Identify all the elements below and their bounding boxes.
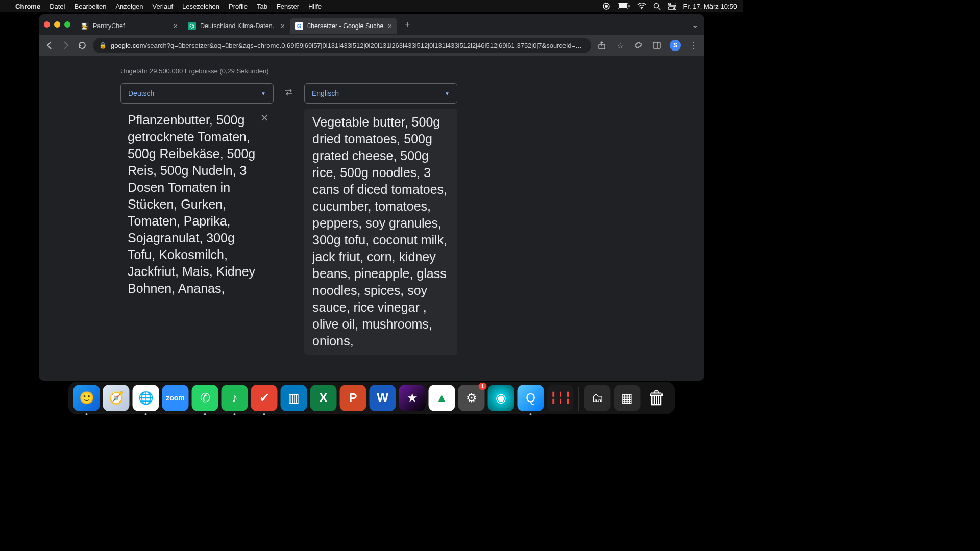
dock-whatsapp[interactable]: ✆ xyxy=(192,385,218,411)
app-name[interactable]: Chrome xyxy=(15,3,40,10)
tab-pantrychef[interactable]: 🧑‍🍳 PantryChef × xyxy=(76,18,183,34)
tab-klima[interactable]: ⌬ Deutschland Klima-Daten. × xyxy=(183,18,290,34)
back-button[interactable] xyxy=(44,40,55,51)
dropdown-arrow-icon: ▼ xyxy=(261,91,266,96)
tab-title: übersetzer - Google Suche xyxy=(307,22,384,30)
menu-anzeigen[interactable]: Anzeigen xyxy=(115,3,143,10)
tab-close-icon[interactable]: × xyxy=(174,22,178,30)
swap-languages-icon[interactable] xyxy=(283,87,295,100)
lock-icon: 🔒 xyxy=(99,42,107,49)
chrome-window: 🧑‍🍳 PantryChef × ⌬ Deutschland Klima-Dat… xyxy=(39,14,704,381)
reload-button[interactable] xyxy=(77,40,88,51)
tab-favicon: 🧑‍🍳 xyxy=(81,22,89,30)
dock-imovie[interactable]: ★ xyxy=(399,385,426,411)
dock-separator xyxy=(579,387,579,411)
svg-point-1 xyxy=(605,5,608,8)
dock-desktop-stack[interactable]: 🗂 xyxy=(584,385,611,411)
tabs-overflow-icon[interactable]: ⌄ xyxy=(692,20,698,30)
tab-title: Deutschland Klima-Daten. xyxy=(200,22,277,30)
dock-excel[interactable]: X xyxy=(310,385,337,411)
svg-rect-13 xyxy=(653,42,660,48)
window-minimize-button[interactable] xyxy=(54,21,60,28)
menu-bearbeiten[interactable]: Bearbeiten xyxy=(74,3,106,10)
svg-rect-3 xyxy=(619,4,627,8)
control-center-icon[interactable] xyxy=(668,3,676,10)
svg-rect-4 xyxy=(628,5,629,8)
tab-title: PantryChef xyxy=(93,22,169,30)
forward-button[interactable] xyxy=(60,40,71,51)
dock-siri[interactable]: ◉ xyxy=(488,385,514,411)
sidepanel-icon[interactable] xyxy=(651,40,663,51)
page-content: Ungefähr 29.500.000 Ergebnisse (0,29 Sek… xyxy=(39,56,704,381)
address-bar[interactable]: 🔒 google.com/search?q=übersetzer&oq=über… xyxy=(93,38,591,53)
browser-toolbar: 🔒 google.com/search?q=übersetzer&oq=über… xyxy=(39,35,704,56)
dock-powerpoint[interactable]: P xyxy=(340,385,366,411)
dock-zoom[interactable]: zoom xyxy=(162,385,189,411)
share-icon[interactable] xyxy=(596,40,607,51)
menu-tab[interactable]: Tab xyxy=(257,3,267,10)
profile-avatar[interactable]: S xyxy=(670,40,681,51)
dock-finder[interactable]: 🙂 xyxy=(74,385,100,411)
macos-menubar: Chrome Datei Bearbeiten Anzeigen Verlauf… xyxy=(0,0,743,12)
svg-point-6 xyxy=(654,3,658,8)
window-traffic-lights xyxy=(44,21,70,28)
screen-record-icon[interactable] xyxy=(602,2,610,10)
tab-close-icon[interactable]: × xyxy=(281,22,285,30)
tab-favicon: G xyxy=(295,22,303,30)
tab-close-icon[interactable]: × xyxy=(388,22,392,30)
target-text-pane: Vegetable butter, 500g dried tomatoes, 5… xyxy=(304,109,457,355)
dock-chrome[interactable]: 🌐 xyxy=(133,385,159,411)
source-text[interactable]: Pflanzenbutter, 500g getrocknete Tomaten… xyxy=(128,112,265,297)
menu-profile[interactable]: Profile xyxy=(229,3,248,10)
dock-google-drive[interactable]: ▲ xyxy=(429,385,455,411)
menubar-clock[interactable]: Fr. 17. März 10:59 xyxy=(683,3,738,10)
svg-point-11 xyxy=(673,7,675,9)
dock-quicktime[interactable]: Q xyxy=(518,385,544,411)
result-stats: Ungefähr 29.500.000 Ergebnisse (0,29 Sek… xyxy=(120,67,689,75)
dock-system-settings[interactable]: ⚙ xyxy=(458,385,485,411)
source-language-label: Deutsch xyxy=(128,89,154,97)
dropdown-arrow-icon: ▼ xyxy=(445,91,450,96)
target-language-select[interactable]: Englisch ▼ xyxy=(304,83,457,104)
window-close-button[interactable] xyxy=(44,21,50,28)
bookmark-star-icon[interactable]: ☆ xyxy=(615,40,626,51)
target-language-label: Englisch xyxy=(312,89,339,97)
new-tab-button[interactable]: + xyxy=(400,17,414,32)
extensions-icon[interactable] xyxy=(633,40,644,51)
menu-datei[interactable]: Datei xyxy=(50,3,65,10)
source-text-pane[interactable]: Pflanzenbutter, 500g getrocknete Tomaten… xyxy=(120,109,274,300)
dock-trello[interactable]: ▥ xyxy=(281,385,307,411)
svg-point-5 xyxy=(641,8,642,9)
kebab-menu-icon[interactable]: ⋮ xyxy=(688,40,699,51)
menu-hilfe[interactable]: Hilfe xyxy=(308,3,322,10)
clear-source-icon[interactable]: ✕ xyxy=(258,112,271,124)
google-translate-widget: Deutsch ▼ Pflanzenbutter, 500g getrockne… xyxy=(120,83,689,355)
url-text: google.com/search?q=übersetzer&oq=über&a… xyxy=(111,42,585,49)
battery-icon[interactable] xyxy=(618,3,630,9)
dock-trash[interactable]: 🗑 xyxy=(644,385,670,411)
svg-line-7 xyxy=(658,8,660,10)
macos-dock: 🙂 🧭 🌐 zoom ✆ ♪ ✔ ▥ X P W ★ ▲ ⚙ ◉ Q ╏╎╏ 🗂… xyxy=(68,382,675,414)
dock-spotify[interactable]: ♪ xyxy=(222,385,248,411)
dock-launchpad[interactable]: ▦ xyxy=(614,385,641,411)
tab-google-translate[interactable]: G übersetzer - Google Suche × xyxy=(290,18,397,34)
window-maximize-button[interactable] xyxy=(64,21,70,28)
tab-favicon: ⌬ xyxy=(188,22,196,30)
spotlight-search-icon[interactable] xyxy=(653,3,661,10)
target-text: Vegetable butter, 500g dried tomatoes, 5… xyxy=(312,114,449,349)
dock-word[interactable]: W xyxy=(370,385,396,411)
dock-voice-memos[interactable]: ╏╎╏ xyxy=(547,385,574,411)
svg-point-9 xyxy=(669,3,671,5)
wifi-icon[interactable] xyxy=(637,3,646,10)
source-language-select[interactable]: Deutsch ▼ xyxy=(120,83,274,104)
dock-safari[interactable]: 🧭 xyxy=(103,385,130,411)
menu-lesezeichen[interactable]: Lesezeichen xyxy=(182,3,219,10)
menu-verlauf[interactable]: Verlauf xyxy=(153,3,173,10)
tab-strip: 🧑‍🍳 PantryChef × ⌬ Deutschland Klima-Dat… xyxy=(39,14,704,35)
dock-todoist[interactable]: ✔ xyxy=(251,385,278,411)
menu-fenster[interactable]: Fenster xyxy=(277,3,299,10)
